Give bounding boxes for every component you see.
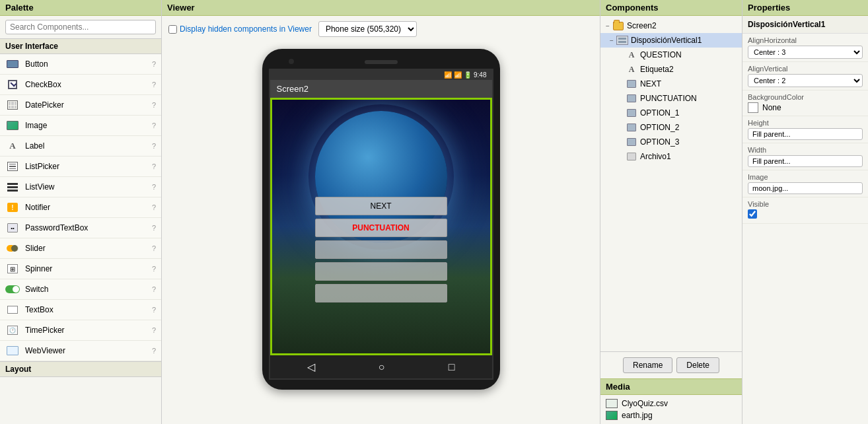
properties-component-title: DisposiciónVertical1: [742, 16, 868, 34]
palette-help-slider[interactable]: ?: [152, 244, 156, 252]
textbox-icon: [5, 302, 20, 317]
checkbox-icon: [5, 77, 20, 92]
phone-title-bar: Screen2: [270, 80, 492, 98]
palette-label-switch: Switch: [25, 285, 152, 294]
palette-label-datepicker: DatePicker: [25, 100, 152, 110]
phone-home-button[interactable]: ○: [379, 361, 385, 373]
palette-label-label: Label: [25, 141, 152, 151]
palette-item-timepicker[interactable]: 🕐 TimePicker ?: [0, 320, 161, 341]
color-swatch-bg[interactable]: [748, 102, 758, 113]
tree-toggle-screen2[interactable]: −: [603, 21, 612, 30]
palette-help-image[interactable]: ?: [152, 122, 156, 129]
palette-label-textbox: TextBox: [25, 305, 152, 314]
palette-item-notifier[interactable]: ! Notifier ?: [0, 197, 161, 218]
palette-section-layout: Layout: [0, 361, 161, 377]
prop-select-alignvertical[interactable]: Center : 2 Top : 1 Bottom : 3: [748, 74, 863, 87]
prop-label-alignvertical: AlignVertical: [748, 65, 863, 73]
palette-item-listpicker[interactable]: ListPicker ?: [0, 157, 161, 177]
hidden-components-label[interactable]: Display hidden components in Viewer: [168, 24, 312, 34]
media-item-earth[interactable]: earth.jpg: [606, 409, 737, 421]
palette-help-webviewer[interactable]: ?: [152, 347, 156, 355]
hidden-components-text: Display hidden components in Viewer: [180, 24, 312, 34]
palette-item-webviewer[interactable]: WebViewer ?: [0, 341, 161, 361]
rename-button[interactable]: Rename: [623, 357, 672, 373]
palette-item-datepicker[interactable]: DatePicker ?: [0, 95, 161, 116]
webviewer-icon: [5, 343, 20, 358]
palette-help-listpicker[interactable]: ?: [152, 162, 156, 170]
phone-recents-button[interactable]: □: [449, 361, 455, 373]
button-icon: [5, 57, 20, 71]
palette-label-listview: ListView: [25, 182, 152, 192]
viewer-panel: Viewer Display hidden components in View…: [162, 0, 600, 424]
components-header: Components: [600, 0, 742, 16]
palette-item-button[interactable]: Button ?: [0, 54, 161, 75]
tree-label-disposicion: DisposiciónVertical1: [631, 36, 702, 45]
tree-item-option3[interactable]: OPTION_3: [600, 135, 742, 149]
phone-option3-button[interactable]: [315, 284, 447, 302]
palette-label-button: Button: [25, 59, 152, 69]
phone-mockup: 📶 📶 🔋 9:48 Screen2 NEX: [262, 49, 500, 390]
signal-icon: 📶: [454, 71, 462, 79]
palette-help-datepicker[interactable]: ?: [152, 101, 156, 109]
delete-button[interactable]: Delete: [676, 357, 719, 373]
tree-item-question[interactable]: A QUESTION: [600, 48, 742, 62]
palette-help-timepicker[interactable]: ?: [152, 326, 156, 334]
prop-input-height[interactable]: [748, 128, 863, 140]
tree-item-screen2[interactable]: − Screen2: [600, 18, 742, 33]
tree-item-disposicion[interactable]: − DisposiciónVertical1: [600, 33, 742, 48]
palette-item-spinner[interactable]: ⊞ Spinner ?: [0, 259, 161, 279]
palette-help-switch[interactable]: ?: [152, 285, 156, 293]
tree-item-option2[interactable]: OPTION_2: [600, 120, 742, 135]
prop-color-row: None: [748, 102, 863, 113]
palette-help-button[interactable]: ?: [152, 60, 156, 68]
palette-help-notifier[interactable]: ?: [152, 203, 156, 211]
phone-punctuation-button[interactable]: PUNCTUATION: [315, 219, 447, 237]
prop-checkbox-visible[interactable]: [748, 209, 757, 219]
listview-icon: [5, 180, 20, 194]
tree-item-next[interactable]: NEXT: [600, 77, 742, 91]
palette-item-slider[interactable]: Slider ?: [0, 238, 161, 259]
timepicker-icon: 🕐: [5, 323, 20, 337]
phone-back-button[interactable]: ◁: [307, 361, 315, 373]
prop-label-height: Height: [748, 119, 863, 127]
prop-label-image: Image: [748, 173, 863, 181]
search-input[interactable]: [5, 20, 156, 34]
component-actions: Rename Delete: [600, 351, 742, 378]
palette-item-checkbox[interactable]: CheckBox ?: [0, 75, 161, 95]
properties-header: Properties: [742, 0, 868, 16]
phone-option1-button[interactable]: [315, 240, 447, 259]
prop-select-alignhorizontal[interactable]: Center : 3 Left : 1 Right : 2: [748, 46, 863, 59]
prop-input-width[interactable]: [748, 155, 863, 167]
palette-item-label[interactable]: A Label ?: [0, 136, 161, 157]
palette-help-spinner[interactable]: ?: [152, 265, 156, 273]
phone-option2-button[interactable]: [315, 262, 447, 281]
palette-item-switch[interactable]: Switch ?: [0, 279, 161, 300]
prop-input-image[interactable]: [748, 182, 863, 194]
tree-item-archivo1[interactable]: Archivo1: [600, 149, 742, 164]
punctuation-icon: [626, 92, 637, 104]
tree-toggle-disposicion[interactable]: −: [607, 36, 616, 45]
properties-panel: Properties DisposiciónVertical1 AlignHor…: [742, 0, 868, 424]
phone-size-select[interactable]: Phone size (505,320): [318, 21, 417, 37]
palette-item-listview[interactable]: ListView ?: [0, 177, 161, 197]
palette-item-passwordtextbox[interactable]: •• PasswordTextBox ?: [0, 218, 161, 238]
phone-next-button[interactable]: NEXT: [315, 197, 447, 215]
palette-help-listview[interactable]: ?: [152, 183, 156, 191]
palette-help-label[interactable]: ?: [152, 142, 156, 150]
etiqueta2-icon: A: [626, 63, 637, 75]
tree-item-option1[interactable]: OPTION_1: [600, 106, 742, 120]
palette-help-textbox[interactable]: ?: [152, 306, 156, 314]
components-panel: Components − Screen2 − DisposiciónVertic…: [600, 0, 742, 424]
palette-help-checkbox[interactable]: ?: [152, 81, 156, 88]
palette-item-textbox[interactable]: TextBox ?: [0, 300, 161, 320]
palette-item-image[interactable]: Image ?: [0, 116, 161, 136]
phone-top: [269, 59, 493, 69]
tree-item-etiqueta2[interactable]: A Etiqueta2: [600, 62, 742, 77]
media-item-csv[interactable]: ClyoQuiz.csv: [606, 398, 737, 409]
tree-item-punctuation[interactable]: PUNCTUATION: [600, 91, 742, 106]
prop-row-width: Width: [742, 143, 868, 170]
hidden-components-checkbox[interactable]: [168, 25, 177, 34]
csv-thumb: [606, 399, 618, 408]
components-tree: − Screen2 − DisposiciónVertical1 A QUEST…: [600, 16, 742, 351]
palette-help-passwordtextbox[interactable]: ?: [152, 224, 156, 232]
